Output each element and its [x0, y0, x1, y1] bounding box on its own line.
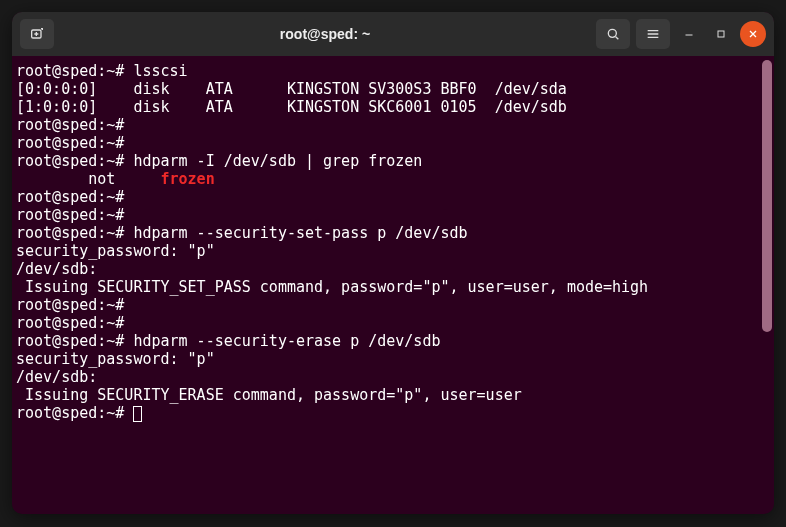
terminal-line: root@sped:~#	[16, 116, 770, 134]
output-line: /dev/sdb:	[16, 368, 770, 386]
maximize-button[interactable]	[708, 21, 734, 47]
new-tab-button[interactable]	[20, 19, 54, 49]
svg-point-1	[608, 29, 616, 37]
prompt: root@sped:~#	[16, 224, 133, 242]
terminal-line: root@sped:~#	[16, 314, 770, 332]
prompt: root@sped:~#	[16, 314, 133, 332]
terminal-lines: root@sped:~# lsscsi[0:0:0:0] disk ATA KI…	[16, 62, 770, 422]
output-line: /dev/sdb:	[16, 260, 770, 278]
close-button[interactable]	[740, 21, 766, 47]
prompt: root@sped:~#	[16, 152, 133, 170]
prompt: root@sped:~#	[16, 296, 133, 314]
output-line: security_password: "p"	[16, 350, 770, 368]
prompt: root@sped:~#	[16, 404, 133, 422]
terminal-line: root@sped:~#	[16, 206, 770, 224]
close-icon	[747, 28, 759, 40]
terminal-line: root@sped:~#	[16, 188, 770, 206]
command-text: lsscsi	[133, 62, 187, 80]
window-title: root@sped: ~	[60, 26, 590, 42]
command-text: hdparm --security-erase p /dev/sdb	[133, 332, 440, 350]
minimize-button[interactable]	[676, 21, 702, 47]
terminal-body[interactable]: root@sped:~# lsscsi[0:0:0:0] disk ATA KI…	[12, 56, 774, 514]
cursor	[133, 406, 142, 422]
terminal-line: root@sped:~# hdparm -I /dev/sdb | grep f…	[16, 152, 770, 170]
search-icon	[605, 26, 621, 42]
maximize-icon	[715, 28, 727, 40]
menu-icon	[645, 26, 661, 42]
minimize-icon	[683, 28, 695, 40]
output-text: not	[16, 170, 161, 188]
prompt: root@sped:~#	[16, 116, 133, 134]
prompt: root@sped:~#	[16, 332, 133, 350]
terminal-line: root@sped:~# hdparm --security-set-pass …	[16, 224, 770, 242]
terminal-line: root@sped:~# hdparm --security-erase p /…	[16, 332, 770, 350]
svg-rect-2	[718, 31, 724, 37]
prompt: root@sped:~#	[16, 62, 133, 80]
command-text: hdparm --security-set-pass p /dev/sdb	[133, 224, 467, 242]
prompt: root@sped:~#	[16, 188, 133, 206]
grep-match: frozen	[161, 170, 215, 188]
terminal-line: root@sped:~#	[16, 134, 770, 152]
output-line: Issuing SECURITY_SET_PASS command, passw…	[16, 278, 770, 296]
output-line: Issuing SECURITY_ERASE command, password…	[16, 386, 770, 404]
prompt: root@sped:~#	[16, 134, 133, 152]
terminal-line: root@sped:~# lsscsi	[16, 62, 770, 80]
output-line: security_password: "p"	[16, 242, 770, 260]
terminal-line: root@sped:~#	[16, 296, 770, 314]
titlebar-right	[596, 19, 766, 49]
scrollbar-thumb[interactable]	[762, 60, 772, 332]
menu-button[interactable]	[636, 19, 670, 49]
terminal-line: not frozen	[16, 170, 770, 188]
titlebar: root@sped: ~	[12, 12, 774, 56]
new-tab-icon	[29, 26, 45, 42]
prompt: root@sped:~#	[16, 206, 133, 224]
output-line: [1:0:0:0] disk ATA KINGSTON SKC6001 0105…	[16, 98, 770, 116]
command-text: hdparm -I /dev/sdb | grep frozen	[133, 152, 422, 170]
search-button[interactable]	[596, 19, 630, 49]
terminal-line: root@sped:~#	[16, 404, 770, 422]
terminal-window: root@sped: ~	[12, 12, 774, 514]
output-line: [0:0:0:0] disk ATA KINGSTON SV300S3 BBF0…	[16, 80, 770, 98]
